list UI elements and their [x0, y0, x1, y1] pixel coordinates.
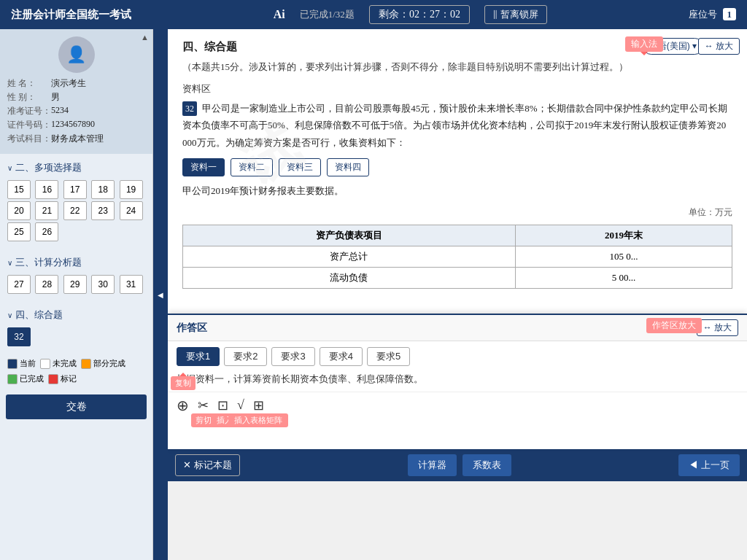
ans-tab-2[interactable]: 要求2 — [224, 347, 267, 366]
ans-tab-4[interactable]: 要求4 — [320, 347, 363, 366]
bottom-center: 计算器 系数表 — [408, 454, 511, 476]
ans-tab-1[interactable]: 要求1 — [177, 347, 220, 366]
q-btn-30[interactable]: 30 — [91, 275, 115, 294]
font-icon[interactable]: Ai — [274, 8, 285, 21]
legend-answered: 已完成 — [7, 373, 44, 384]
q-btn-25[interactable]: 25 — [7, 222, 31, 241]
res-tab-2[interactable]: 资料二 — [231, 158, 273, 176]
legend: 当前 未完成 部分完成 已完成 标记 — [0, 354, 152, 389]
expand-area: 作答区放大 ↔ 放大 — [697, 319, 738, 336]
mark-button[interactable]: ✕ 标记本题 — [175, 454, 240, 476]
top-bar: 注册会计师全国统一考试 Ai 已完成1/32题 剩余：02：27：02 ‖ 暂离… — [0, 0, 747, 29]
legend-answered-label: 已完成 — [20, 373, 44, 384]
resource-area-label: 资料区 — [182, 82, 732, 96]
section-4-arrow: ∨ — [7, 311, 12, 319]
q-btn-19[interactable]: 19 — [120, 180, 143, 199]
submit-button[interactable]: 交卷 — [6, 394, 147, 419]
sub-question: 甲公司2019年预计财务报表主要数据。 — [182, 182, 732, 199]
current-dot — [7, 359, 18, 369]
res-tab-1[interactable]: 资料一 — [182, 158, 225, 176]
section-2: ∨ 二、多项选择题 15 16 17 18 19 20 21 22 23 24 … — [0, 154, 152, 249]
res-tab-4[interactable]: 资料四 — [327, 158, 369, 176]
table-matrix-icon[interactable]: ⊞ — [253, 398, 264, 413]
q-btn-26[interactable]: 26 — [35, 222, 58, 241]
subject-label: 考试科目： — [7, 133, 51, 145]
id-label: 准考证号： — [7, 105, 51, 117]
section-2-arrow: ∨ — [7, 164, 12, 172]
q-btn-23[interactable]: 23 — [91, 201, 115, 220]
q-btn-17[interactable]: 17 — [63, 180, 87, 199]
expand-area-label: 作答区放大 — [652, 320, 696, 330]
q-btn-24[interactable]: 24 — [120, 201, 143, 220]
calculator-button[interactable]: 计算器 — [408, 454, 457, 476]
section-2-grid: 15 16 17 18 19 20 21 22 23 24 25 26 — [3, 177, 150, 244]
seat-info: 座位号 1 — [689, 8, 736, 21]
pause-button[interactable]: ‖ 暂离锁屏 — [484, 5, 547, 24]
section-3-label: 三、计算分析题 — [15, 256, 82, 269]
answer-tabs: 要求1 要求2 要求3 要求4 要求5 — [168, 341, 747, 369]
coefficient-table-button[interactable]: 系数表 — [462, 454, 511, 476]
content-wrapper: ◀ 试 英语(美国) ▾ ↔ 放大 输入法 四、综合题 （本题共15分。涉及计算… — [153, 29, 747, 560]
res-tab-3[interactable]: 资料三 — [279, 158, 321, 176]
q-btn-27[interactable]: 27 — [7, 275, 31, 294]
progress-label: 已完成1/32题 — [300, 8, 355, 21]
copy-wrapper: 复制 ⊕ — [177, 397, 189, 414]
mark-label: 标记本题 — [194, 459, 232, 472]
bottom-right: ◀ 上一页 — [678, 454, 740, 476]
table-cell-value: 105 0... — [515, 246, 732, 268]
q-btn-29[interactable]: 29 — [63, 275, 87, 294]
paste-icon[interactable]: ⊡ — [217, 398, 228, 413]
cert-label: 证件号码： — [7, 119, 51, 131]
prev-page-button[interactable]: ◀ 上一页 — [678, 454, 740, 476]
answer-panel: 作答区 作答区放大 ↔ 放大 要求1 要求2 — [168, 314, 747, 449]
sidebar-collapse-btn[interactable]: ▲ — [141, 33, 149, 42]
subject-value: 财务成本管理 — [51, 133, 104, 145]
legend-unanswered: 未完成 — [40, 358, 77, 369]
question-body: 甲公司是一家制造业上市公司，目前公司股票每股45元，预计股价未来增长率8%；长期… — [182, 103, 727, 148]
partial-dot — [81, 359, 91, 369]
ans-tab-5[interactable]: 要求5 — [367, 347, 410, 366]
collapse-handle[interactable]: ◀ — [153, 29, 168, 560]
unit-label: 单位：万元 — [182, 206, 732, 219]
avatar: 👤 — [58, 36, 95, 73]
topbar-center: Ai 已完成1/32题 剩余：02：27：02 ‖ 暂离锁屏 — [274, 5, 547, 24]
q-btn-16[interactable]: 16 — [35, 180, 58, 199]
table-cell-label: 资产总计 — [183, 246, 516, 268]
legend-current: 当前 — [7, 358, 36, 369]
q-btn-32[interactable]: 32 — [7, 327, 31, 346]
table-cell-label: 流动负债 — [183, 268, 516, 289]
question-text: 32 甲公司是一家制造业上市公司，目前公司股票每股45元，预计股价未来增长率8%… — [182, 100, 732, 151]
id-value: 5234 — [51, 105, 69, 117]
q-btn-31[interactable]: 31 — [120, 275, 143, 294]
expand-btn[interactable]: ↔ 放大 — [698, 38, 740, 55]
cut-icon[interactable]: ✂ — [198, 398, 209, 413]
formula-icon[interactable]: √ — [237, 397, 244, 412]
resource-tabs: 资料一 资料二 资料三 资料四 — [182, 158, 732, 176]
copy-icon[interactable]: ⊕ — [177, 397, 189, 413]
q-btn-18[interactable]: 18 — [91, 180, 115, 199]
q-btn-22[interactable]: 22 — [63, 201, 87, 220]
q-btn-15[interactable]: 15 — [7, 180, 31, 199]
ans-tab-3[interactable]: 要求3 — [271, 347, 314, 366]
main-layout: 👤 ▲ 姓 名：演示考生 性 别：男 准考证号：5234 证件号码：123456… — [0, 29, 747, 560]
section-4: ∨ 四、综合题 32 — [0, 301, 152, 354]
question-number: 32 — [182, 101, 197, 116]
q-btn-20[interactable]: 20 — [7, 201, 31, 220]
unanswered-dot — [40, 359, 50, 369]
legend-partial-label: 部分完成 — [93, 358, 125, 369]
copy-tooltip: 复制 — [171, 376, 196, 390]
content-area: 试 英语(美国) ▾ ↔ 放大 输入法 四、综合题 （本题共15分。涉及计算的，… — [168, 29, 747, 560]
section-3-title[interactable]: ∨ 三、计算分析题 — [3, 253, 150, 272]
legend-unanswered-label: 未完成 — [53, 358, 77, 369]
gender-value: 男 — [51, 91, 60, 104]
answer-expand-tooltip: 作答区放大 — [646, 318, 702, 333]
q-btn-28[interactable]: 28 — [35, 275, 58, 294]
section-4-title[interactable]: ∨ 四、综合题 — [3, 306, 150, 324]
table-row: 流动负债 5 00... — [183, 268, 732, 289]
section-3-grid: 27 28 29 30 31 — [3, 272, 150, 297]
input-method-label: 输入法 — [631, 39, 657, 49]
section-2-title[interactable]: ∨ 二、多项选择题 — [3, 158, 150, 177]
mark-icon: ✕ — [183, 459, 191, 470]
q-btn-21[interactable]: 21 — [35, 201, 58, 220]
formula-wrapper: 插入公式符号 √ — [237, 397, 244, 413]
